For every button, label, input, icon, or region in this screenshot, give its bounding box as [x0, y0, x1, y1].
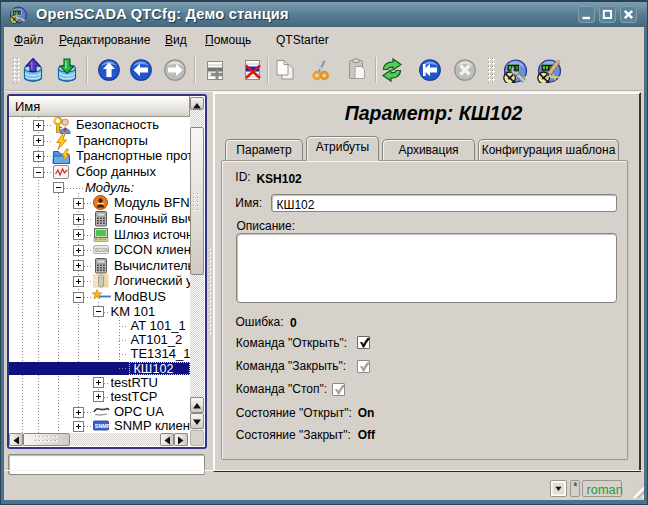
svg-text:DCON: DCON: [95, 248, 109, 253]
svg-text:SNMP: SNMP: [95, 423, 110, 429]
